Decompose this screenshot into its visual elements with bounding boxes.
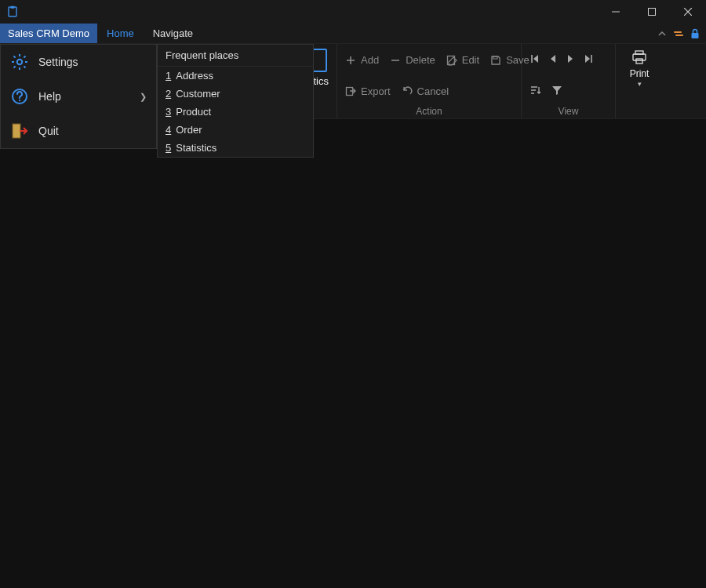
- svg-line-34: [24, 56, 25, 58]
- svg-rect-3: [649, 9, 656, 16]
- app-menu-settings[interactable]: Settings: [1, 45, 156, 79]
- close-button[interactable]: [670, 0, 706, 24]
- freq-item-label: Address: [176, 70, 213, 82]
- svg-rect-6: [692, 33, 699, 38]
- minus-icon: [390, 55, 401, 66]
- app-menu-quit[interactable]: Quit: [1, 114, 156, 148]
- lock-icon[interactable]: [690, 28, 700, 39]
- svg-marker-15: [551, 55, 555, 63]
- add-button[interactable]: Add: [345, 54, 379, 66]
- app-menu-item-label: Quit: [38, 125, 59, 137]
- app-menu: Settings Help ❯ Quit: [0, 44, 157, 149]
- gear-icon: [10, 53, 29, 71]
- menubar-left: Sales CRM Demo Home Navigate: [0, 24, 202, 43]
- chevron-right-icon: ❯: [140, 92, 147, 102]
- export-icon: [345, 85, 356, 96]
- svg-line-31: [14, 56, 16, 58]
- delete-label: Delete: [406, 54, 435, 66]
- frequent-places-header: Frequent places: [158, 45, 313, 67]
- exit-icon: [10, 122, 29, 140]
- add-label: Add: [361, 54, 379, 66]
- svg-rect-0: [9, 7, 16, 16]
- print-label: Print: [630, 68, 650, 79]
- menu-navigate[interactable]: Navigate: [144, 24, 202, 43]
- window-controls: [598, 0, 706, 24]
- ribbon-view-section: View: [522, 44, 616, 118]
- first-button[interactable]: [530, 53, 540, 67]
- titlebar-left: [0, 5, 19, 18]
- freq-item-label: Statistics: [176, 142, 217, 154]
- svg-marker-14: [533, 55, 538, 63]
- next-button[interactable]: [566, 53, 575, 67]
- freq-item-label: Product: [176, 106, 211, 118]
- svg-marker-17: [585, 55, 590, 63]
- app-menu-item-label: Settings: [38, 56, 78, 68]
- freq-item-statistics[interactable]: 5 Statistics: [158, 139, 313, 157]
- action-section-label: Action: [345, 103, 513, 117]
- content-area: [0, 119, 706, 588]
- app-title[interactable]: Sales CRM Demo: [0, 24, 97, 43]
- svg-marker-16: [568, 55, 573, 63]
- app-menu-help[interactable]: Help ❯: [1, 79, 156, 114]
- freq-item-num: 2: [166, 88, 171, 100]
- clipboard-icon: [6, 5, 19, 18]
- freq-item-label: Customer: [176, 88, 220, 100]
- edit-icon: [446, 55, 457, 66]
- edit-button[interactable]: Edit: [446, 54, 479, 66]
- svg-rect-25: [636, 59, 642, 64]
- menubar: Sales CRM Demo Home Navigate: [0, 24, 706, 44]
- svg-rect-11: [493, 56, 497, 59]
- frequent-places-menu: Frequent places 1 Address 2 Customer 3 P…: [157, 44, 314, 158]
- app-menu-item-label: Help: [38, 90, 61, 103]
- svg-point-36: [19, 100, 20, 101]
- svg-point-26: [17, 60, 22, 64]
- print-section-label: [624, 114, 655, 117]
- freq-item-label: Order: [176, 124, 202, 136]
- save-icon: [490, 55, 501, 66]
- theme-icon[interactable]: [673, 28, 684, 39]
- svg-line-32: [24, 66, 25, 67]
- menu-home[interactable]: Home: [97, 24, 144, 43]
- sort-button[interactable]: [530, 85, 540, 98]
- minimize-button[interactable]: [598, 0, 634, 24]
- freq-item-num: 5: [166, 142, 171, 154]
- help-icon: [10, 87, 29, 106]
- plus-icon: [345, 55, 356, 66]
- freq-item-order[interactable]: 4 Order: [158, 121, 313, 139]
- titlebar: [0, 0, 706, 24]
- svg-rect-24: [633, 54, 646, 60]
- svg-rect-1: [11, 6, 15, 9]
- prev-button[interactable]: [548, 53, 558, 67]
- svg-marker-22: [552, 86, 562, 95]
- freq-item-address[interactable]: 1 Address: [158, 67, 313, 85]
- delete-button[interactable]: Delete: [390, 54, 435, 66]
- freq-item-num: 4: [166, 124, 171, 136]
- filter-button[interactable]: [551, 85, 562, 98]
- edit-label: Edit: [462, 54, 479, 66]
- collapse-ribbon-icon[interactable]: [657, 29, 667, 38]
- svg-line-33: [14, 66, 16, 67]
- print-icon: [631, 50, 647, 67]
- svg-rect-37: [13, 124, 20, 138]
- export-button[interactable]: Export: [345, 85, 391, 97]
- freq-item-num: 1: [166, 70, 171, 82]
- view-section-label: View: [530, 103, 607, 117]
- undo-icon: [402, 85, 413, 96]
- last-button[interactable]: [583, 53, 594, 67]
- print-button[interactable]: Print ▾: [624, 49, 655, 89]
- freq-item-product[interactable]: 3 Product: [158, 103, 313, 121]
- export-label: Export: [361, 85, 391, 97]
- chevron-down-icon: ▾: [638, 81, 642, 88]
- ribbon-print-section: Print ▾: [616, 44, 663, 118]
- freq-item-num: 3: [166, 106, 171, 118]
- ribbon-action-section: Add Delete Edit Save Export: [337, 44, 522, 118]
- freq-item-customer[interactable]: 2 Customer: [158, 85, 313, 103]
- cancel-label: Cancel: [417, 85, 449, 97]
- cancel-button[interactable]: Cancel: [402, 85, 449, 97]
- menubar-right: [657, 24, 706, 43]
- maximize-button[interactable]: [634, 0, 670, 24]
